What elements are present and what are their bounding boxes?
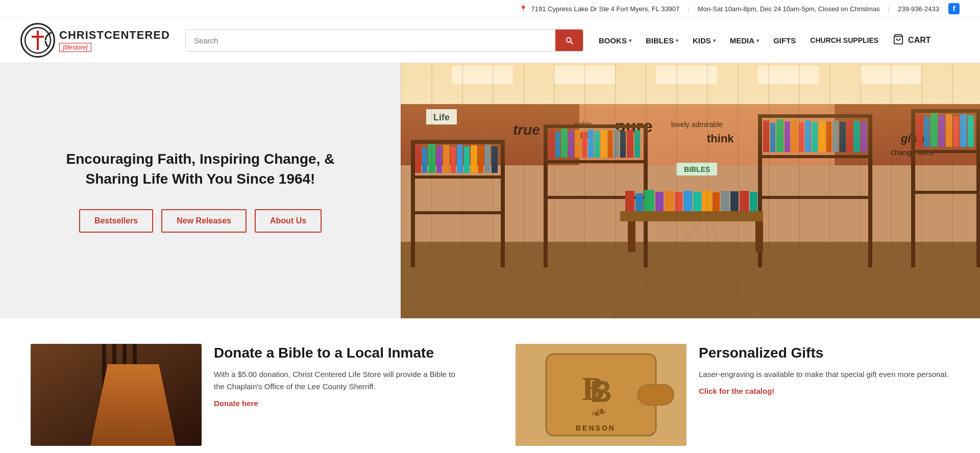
svg-rect-61 bbox=[758, 155, 870, 158]
logo-circle bbox=[20, 23, 55, 58]
logo[interactable]: CHRISTCENTERED [lifestore] bbox=[20, 23, 170, 58]
svg-rect-70 bbox=[805, 120, 811, 152]
svg-rect-35 bbox=[464, 146, 470, 173]
nav-church-supplies[interactable]: CHURCH SUPPLIES bbox=[810, 36, 878, 44]
svg-text:change lives: change lives bbox=[891, 148, 933, 157]
bible-img-bg bbox=[31, 344, 202, 446]
svg-text:lovely admirable: lovely admirable bbox=[671, 120, 723, 129]
svg-rect-120 bbox=[133, 344, 137, 446]
svg-rect-30 bbox=[428, 144, 435, 173]
svg-rect-48 bbox=[569, 131, 574, 158]
svg-rect-108 bbox=[750, 192, 757, 211]
svg-rect-38 bbox=[484, 145, 491, 173]
hero-section: Encouraging Faith, Inspiring Change, & S… bbox=[0, 63, 980, 318]
svg-rect-39 bbox=[492, 146, 498, 173]
nav-kids[interactable]: KIDS ▾ bbox=[693, 36, 716, 45]
svg-rect-83 bbox=[976, 109, 980, 267]
bestsellers-button[interactable]: Bestsellers bbox=[79, 209, 153, 233]
donate-bible-card: Donate a Bible to a Local Inmate With a … bbox=[31, 344, 464, 446]
svg-rect-125 bbox=[638, 385, 674, 405]
header: CHRISTCENTERED [lifestore] BOOKS ▾ BIBLE… bbox=[0, 18, 980, 63]
svg-rect-7 bbox=[554, 66, 615, 84]
svg-text:right: right bbox=[574, 131, 588, 139]
svg-text:BIBLES: BIBLES bbox=[684, 165, 710, 173]
svg-rect-81 bbox=[911, 150, 977, 153]
svg-rect-95 bbox=[625, 191, 634, 211]
svg-rect-12 bbox=[401, 104, 579, 165]
svg-text:B: B bbox=[582, 370, 604, 407]
svg-rect-59 bbox=[758, 114, 762, 267]
new-releases-button[interactable]: New Releases bbox=[161, 209, 247, 233]
svg-rect-79 bbox=[911, 109, 915, 267]
cart-icon bbox=[893, 34, 904, 47]
svg-rect-57 bbox=[627, 130, 633, 158]
personalized-gifts-image: B ❧ BENSON bbox=[516, 344, 687, 446]
svg-rect-46 bbox=[555, 132, 560, 158]
svg-rect-80 bbox=[911, 109, 977, 113]
search-button[interactable] bbox=[555, 30, 583, 51]
nav-books[interactable]: BOOKS ▾ bbox=[599, 36, 631, 45]
gifts-img-bg: B ❧ BENSON bbox=[516, 344, 687, 446]
store-image: true noble right pure lovely admirable t… bbox=[401, 63, 980, 318]
hero-tagline: Encouraging Faith, Inspiring Change, & S… bbox=[66, 149, 335, 189]
svg-rect-119 bbox=[122, 344, 127, 446]
svg-rect-106 bbox=[730, 191, 739, 211]
svg-rect-44 bbox=[644, 124, 648, 267]
svg-rect-104 bbox=[713, 192, 720, 211]
donate-bible-text: Donate a Bible to a Local Inmate With a … bbox=[214, 344, 464, 408]
hours-text: Mon-Sat 10am-8pm, Dec 24 10am-5pm, Close… bbox=[698, 5, 880, 13]
svg-rect-94 bbox=[755, 221, 763, 252]
svg-rect-66 bbox=[776, 119, 783, 152]
nav-media[interactable]: MEDIA ▾ bbox=[730, 36, 759, 45]
svg-rect-32 bbox=[443, 145, 450, 173]
svg-rect-36 bbox=[471, 145, 477, 173]
separator-2: | bbox=[888, 5, 890, 13]
svg-rect-92 bbox=[620, 211, 763, 221]
svg-rect-98 bbox=[655, 192, 664, 211]
svg-text:gifts: gifts bbox=[900, 132, 924, 145]
svg-rect-31 bbox=[436, 146, 442, 173]
svg-rect-24 bbox=[411, 140, 503, 144]
about-us-button[interactable]: About Us bbox=[255, 209, 322, 233]
svg-rect-107 bbox=[740, 191, 749, 211]
address-text: 7191 Cypress Lake Dr Ste 4 Fort Myers, F… bbox=[531, 5, 680, 13]
search-input[interactable] bbox=[186, 30, 555, 51]
facebook-icon[interactable]: f bbox=[948, 3, 960, 14]
cart-button[interactable]: CART bbox=[893, 34, 930, 47]
svg-rect-11 bbox=[579, 104, 835, 165]
personalized-gifts-body: Laser-engraving is available to make tha… bbox=[699, 368, 948, 381]
svg-rect-58 bbox=[634, 130, 640, 158]
kids-dropdown-arrow: ▾ bbox=[713, 38, 716, 43]
svg-rect-91 bbox=[968, 115, 974, 147]
svg-rect-64 bbox=[763, 120, 769, 152]
svg-rect-76 bbox=[847, 120, 852, 152]
hero-buttons: Bestsellers New Releases About Us bbox=[79, 209, 322, 233]
logo-christ: CHRISTCENTERED bbox=[59, 29, 170, 42]
nav-gifts[interactable]: GIFTS bbox=[773, 36, 796, 45]
svg-rect-105 bbox=[721, 191, 729, 211]
svg-rect-13 bbox=[835, 104, 980, 165]
catalog-link[interactable]: Click for the catalog! bbox=[699, 387, 774, 395]
phone-text: 239-936-2433 bbox=[898, 5, 939, 13]
svg-rect-55 bbox=[614, 130, 619, 158]
donate-bible-title: Donate a Bible to a Local Inmate bbox=[214, 344, 464, 362]
content-row-1: Donate a Bible to a Local Inmate With a … bbox=[31, 344, 949, 446]
personalized-gifts-text: Personalized Gifts Laser-engraving is av… bbox=[699, 344, 948, 396]
search-bar bbox=[185, 29, 583, 52]
svg-rect-69 bbox=[799, 122, 804, 152]
store-illustration: true noble right pure lovely admirable t… bbox=[401, 63, 980, 318]
svg-rect-87 bbox=[939, 115, 945, 147]
svg-rect-99 bbox=[665, 191, 674, 211]
nav-bibles[interactable]: BIBLES ▾ bbox=[646, 36, 678, 45]
hero-right: true noble right pure lovely admirable t… bbox=[401, 63, 980, 318]
search-icon bbox=[565, 36, 574, 45]
svg-point-122 bbox=[138, 382, 158, 418]
svg-rect-93 bbox=[628, 221, 635, 252]
top-bar: 📍 7191 Cypress Lake Dr Ste 4 Fort Myers,… bbox=[0, 0, 980, 18]
donate-here-link[interactable]: Donate here bbox=[214, 399, 258, 408]
svg-rect-68 bbox=[791, 120, 798, 152]
svg-rect-37 bbox=[478, 146, 483, 173]
svg-rect-4 bbox=[401, 63, 980, 318]
svg-rect-89 bbox=[953, 116, 959, 147]
svg-line-114 bbox=[707, 216, 758, 318]
